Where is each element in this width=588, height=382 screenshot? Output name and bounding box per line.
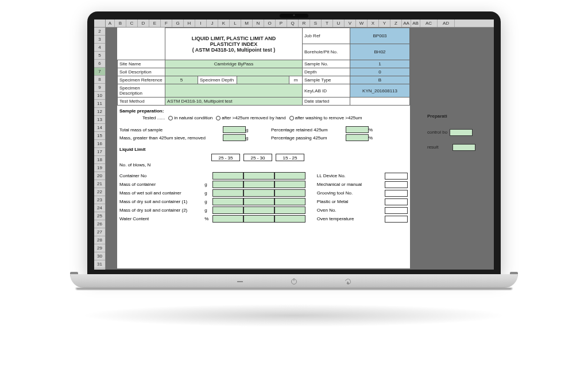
row-header-16[interactable]: 16 bbox=[94, 140, 105, 148]
side-result-input[interactable] bbox=[452, 144, 475, 151]
col-header-S[interactable]: S bbox=[310, 20, 322, 27]
col-header-C[interactable]: C bbox=[126, 20, 138, 27]
mass-dry1-inputs[interactable] bbox=[212, 198, 305, 205]
col-header-E[interactable]: E bbox=[149, 20, 161, 27]
row-header-17[interactable]: 17 bbox=[94, 148, 105, 156]
row-header-28[interactable]: 28 bbox=[94, 236, 105, 244]
sample-no-value[interactable]: 1 bbox=[350, 60, 410, 68]
row-header-29[interactable]: 29 bbox=[94, 244, 105, 252]
row-header-12[interactable]: 12 bbox=[94, 108, 105, 116]
row-header-30[interactable]: 30 bbox=[94, 252, 105, 260]
col-header-W[interactable]: W bbox=[356, 20, 368, 27]
col-header-H[interactable]: H bbox=[184, 20, 195, 27]
row-header-19[interactable]: 19 bbox=[94, 164, 105, 172]
oven-temp-input[interactable] bbox=[385, 216, 408, 223]
row-header-8[interactable]: 8 bbox=[94, 76, 105, 84]
mass-container-inputs[interactable] bbox=[212, 181, 305, 188]
menu-button[interactable] bbox=[236, 278, 244, 286]
col-header-Y[interactable]: Y bbox=[379, 20, 390, 27]
row-header-2[interactable]: 2 bbox=[94, 28, 105, 36]
mass-gt-input[interactable] bbox=[223, 134, 246, 141]
col-header-Z[interactable]: Z bbox=[390, 20, 402, 27]
spec-ref-value[interactable]: 5 bbox=[165, 76, 198, 84]
mass-wet-inputs[interactable] bbox=[212, 189, 305, 197]
mass-dry2-inputs[interactable] bbox=[212, 206, 305, 214]
row-header-5[interactable]: 5 bbox=[94, 52, 105, 60]
col-header-AD[interactable]: AD bbox=[438, 20, 455, 27]
col-header-AB[interactable]: AB bbox=[411, 20, 420, 27]
back-button[interactable] bbox=[344, 278, 352, 286]
col-header-Q[interactable]: Q bbox=[287, 20, 299, 27]
plastic-metal-input[interactable] bbox=[385, 198, 408, 205]
col-header-T[interactable]: T bbox=[322, 20, 333, 27]
row-header-21[interactable]: 21 bbox=[94, 180, 105, 188]
col-header-P[interactable]: P bbox=[276, 20, 287, 27]
row-header-13[interactable]: 13 bbox=[94, 116, 105, 124]
pct-retained-input[interactable] bbox=[346, 126, 369, 133]
device-no-input[interactable] bbox=[385, 173, 408, 180]
col-header-M[interactable]: M bbox=[241, 20, 253, 27]
total-mass-input[interactable] bbox=[223, 126, 246, 133]
col-header-K[interactable]: K bbox=[218, 20, 230, 27]
grooving-input[interactable] bbox=[385, 190, 408, 197]
row-header-18[interactable]: 18 bbox=[94, 156, 105, 164]
column-headers[interactable]: ABCDEFGHIJKLMNOPQRSTUVWXYZAAABACAD bbox=[94, 20, 494, 28]
spec-depth-value[interactable] bbox=[237, 76, 289, 84]
col-header-R[interactable]: R bbox=[299, 20, 310, 27]
col-header-J[interactable]: J bbox=[207, 20, 218, 27]
row-header-23[interactable]: 23 bbox=[94, 196, 105, 204]
container-no-inputs[interactable] bbox=[212, 172, 305, 180]
soil-desc-value[interactable] bbox=[165, 68, 303, 76]
row-header-14[interactable]: 14 bbox=[94, 124, 105, 132]
col-header-O[interactable]: O bbox=[264, 20, 276, 27]
col-header-G[interactable]: G bbox=[172, 20, 184, 27]
row-headers[interactable]: 2345678910111213141516171819202122232425… bbox=[94, 20, 106, 270]
col-header-A[interactable]: A bbox=[106, 20, 115, 27]
col-header-B[interactable]: B bbox=[115, 20, 126, 27]
select-all-corner[interactable] bbox=[94, 20, 106, 28]
col-header-X[interactable]: X bbox=[368, 20, 379, 27]
oven-no-input[interactable] bbox=[385, 207, 408, 214]
power-button[interactable] bbox=[290, 278, 298, 286]
test-method-value[interactable]: ASTM D4318-10, Multipoint test bbox=[165, 98, 303, 106]
col-header-U[interactable]: U bbox=[333, 20, 345, 27]
radio-washing[interactable] bbox=[289, 116, 294, 120]
radio-natural[interactable] bbox=[168, 116, 173, 120]
col-header-N[interactable]: N bbox=[253, 20, 264, 27]
row-header-7[interactable]: 7 bbox=[94, 68, 105, 76]
row-header-9[interactable]: 9 bbox=[94, 84, 105, 92]
radio-removed-hand[interactable] bbox=[216, 116, 220, 120]
spec-desc-value[interactable] bbox=[165, 84, 303, 98]
row-header-24[interactable]: 24 bbox=[94, 204, 105, 212]
row-header-20[interactable]: 20 bbox=[94, 172, 105, 180]
row-header-31[interactable]: 31 bbox=[94, 260, 105, 268]
row-header-22[interactable]: 22 bbox=[94, 188, 105, 196]
row-header-10[interactable]: 10 bbox=[94, 92, 105, 100]
col-header-AC[interactable]: AC bbox=[420, 20, 438, 27]
row-header-26[interactable]: 26 bbox=[94, 220, 105, 228]
side-control-input[interactable] bbox=[450, 129, 473, 136]
depth-value[interactable]: 0 bbox=[350, 68, 410, 76]
col-header-D[interactable]: D bbox=[138, 20, 149, 27]
col-header-L[interactable]: L bbox=[230, 20, 241, 27]
mech-input[interactable] bbox=[385, 181, 408, 188]
water-content-inputs[interactable] bbox=[212, 215, 305, 223]
date-value[interactable] bbox=[350, 98, 410, 106]
sample-type-value[interactable]: B bbox=[350, 76, 410, 84]
col-header-F[interactable]: F bbox=[161, 20, 172, 27]
row-header-27[interactable]: 27 bbox=[94, 228, 105, 236]
job-ref-value[interactable]: BP003 bbox=[350, 28, 410, 44]
keylab-value[interactable]: KYN_201608113 bbox=[350, 84, 410, 98]
site-name-value[interactable]: Cambridge ByPass bbox=[165, 60, 303, 68]
row-header-15[interactable]: 15 bbox=[94, 132, 105, 140]
row-header-3[interactable]: 3 bbox=[94, 36, 105, 44]
col-header-I[interactable]: I bbox=[195, 20, 207, 27]
row-header-11[interactable]: 11 bbox=[94, 100, 105, 108]
col-header-V[interactable]: V bbox=[345, 20, 356, 27]
borehole-value[interactable]: BH02 bbox=[350, 44, 410, 60]
row-header-6[interactable]: 6 bbox=[94, 60, 105, 68]
col-header-AA[interactable]: AA bbox=[402, 20, 411, 27]
row-header-25[interactable]: 25 bbox=[94, 212, 105, 220]
row-header-4[interactable]: 4 bbox=[94, 44, 105, 52]
pct-passing-input[interactable] bbox=[346, 134, 369, 141]
